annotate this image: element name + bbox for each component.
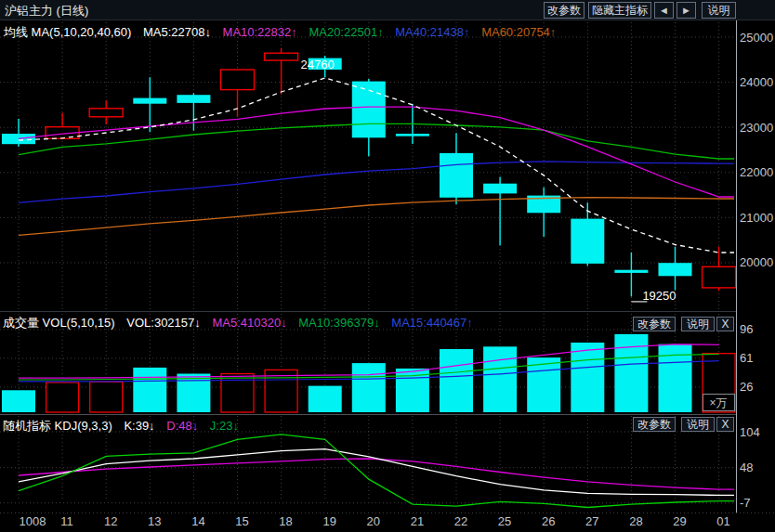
hide-main-indicator-button[interactable]: 隐藏主指标 <box>588 2 651 19</box>
volume-help-button[interactable]: 说明 <box>681 317 715 331</box>
kdj-k-line <box>19 449 734 496</box>
volume-bars <box>2 334 735 412</box>
volume-bar <box>571 343 604 412</box>
svg-text:01: 01 <box>716 514 729 528</box>
svg-text:22000: 22000 <box>740 165 773 179</box>
svg-text:96: 96 <box>740 322 753 336</box>
svg-text:21: 21 <box>411 514 424 528</box>
title-bar: 沪铝主力 (日线) 改参数 隐藏主指标 ◄ ► 说明 <box>0 0 775 20</box>
kdj-indicator-readout: 随机指标 KDJ(9,3,3) K:39↓ D:48↓ J:23↓ <box>3 418 247 435</box>
svg-text:1008: 1008 <box>20 514 46 528</box>
candle <box>177 93 210 130</box>
volume-bar <box>46 383 79 412</box>
kdj-change-params-button[interactable]: 改参数 <box>633 417 676 432</box>
svg-text:29: 29 <box>673 514 686 528</box>
kdj-d-line <box>19 459 734 489</box>
svg-text:-7: -7 <box>740 496 751 510</box>
svg-text:15: 15 <box>235 514 248 528</box>
kdj-k-readout: K:39↓ <box>124 419 154 433</box>
vol-readout: VOL:302157↓ <box>126 316 201 330</box>
chart-canvas[interactable]: 2476019250250002400023000220002100020000… <box>0 0 775 532</box>
candle <box>483 177 517 246</box>
y-axis-labels: 2500024000230002200021000200009661261044… <box>740 31 773 511</box>
svg-text:20: 20 <box>367 514 380 528</box>
chart-app: 2476019250250002400023000220002100020000… <box>0 0 775 532</box>
volume-change-params-button[interactable]: 改参数 <box>633 317 676 331</box>
candle <box>265 48 298 95</box>
vol-ma10-readout: MA10:396379↓ <box>298 316 379 330</box>
candle <box>440 133 473 204</box>
svg-text:104: 104 <box>740 425 760 439</box>
svg-text:14: 14 <box>191 514 204 528</box>
volume-params-label: 成交量 VOL(5,10,15) <box>3 316 115 330</box>
svg-text:26: 26 <box>740 380 753 394</box>
volume-bar <box>133 368 166 412</box>
x-axis-labels: 100811121314151819202122252627282901 <box>20 514 730 528</box>
svg-text:48: 48 <box>740 461 753 474</box>
volume-bar <box>352 363 386 412</box>
svg-text:25: 25 <box>498 514 511 528</box>
next-arrow-button[interactable]: ► <box>676 2 696 19</box>
volume-close-button[interactable]: X <box>716 317 734 331</box>
kdj-help-button[interactable]: 说明 <box>681 417 715 432</box>
volume-bar <box>177 374 210 413</box>
candle <box>659 247 692 291</box>
ma60-readout: MA60:20754↑ <box>481 25 556 39</box>
svg-text:20000: 20000 <box>740 255 773 269</box>
kdj-d-readout: D:48↓ <box>166 419 198 433</box>
svg-text:11: 11 <box>60 514 73 528</box>
volume-bar <box>90 382 123 412</box>
ma20-readout: MA20:22501↑ <box>309 25 383 39</box>
svg-text:25000: 25000 <box>740 31 773 45</box>
candle <box>2 119 35 147</box>
svg-text:18: 18 <box>279 514 292 528</box>
ma40-line <box>19 162 734 202</box>
svg-text:28: 28 <box>629 514 642 528</box>
candle <box>527 188 560 237</box>
svg-text:21000: 21000 <box>740 211 773 225</box>
svg-text:61: 61 <box>740 351 753 365</box>
svg-text:24000: 24000 <box>740 75 773 89</box>
kdj-close-button[interactable]: X <box>716 417 734 432</box>
vol-ma5-readout: MA5:410320↓ <box>212 316 286 330</box>
kdj-params-label: 随机指标 KDJ(9,3,3) <box>3 419 112 433</box>
prev-arrow-button[interactable]: ◄ <box>654 2 674 19</box>
candle <box>571 202 604 266</box>
volume-bar <box>309 386 342 412</box>
svg-text:26: 26 <box>542 514 555 528</box>
volume-unit-label: ×万 <box>709 396 727 409</box>
candle <box>133 77 166 132</box>
candle <box>221 70 255 117</box>
svg-text:12: 12 <box>104 514 117 528</box>
change-params-button[interactable]: 改参数 <box>544 2 585 19</box>
ma-params-label: 均线 MA(5,10,20,40,60) <box>4 25 131 39</box>
volume-indicator-readout: 成交量 VOL(5,10,15) VOL:302157↓ MA5:410320↓… <box>3 315 481 331</box>
candle <box>89 100 123 124</box>
volume-bar <box>483 346 517 412</box>
svg-text:13: 13 <box>148 514 161 528</box>
low-price-annotation: 19250 <box>642 289 676 303</box>
svg-text:27: 27 <box>585 514 598 528</box>
kdj-j-readout: J:23↓ <box>210 419 239 433</box>
ma-indicator-readout: 均线 MA(5,10,20,40,60) MA5:22708↓ MA10:228… <box>4 24 564 41</box>
svg-text:22: 22 <box>454 514 467 528</box>
ma10-readout: MA10:22832↑ <box>223 25 297 39</box>
kdj-j-line <box>19 435 734 508</box>
vol-ma15-readout: MA15:440467↑ <box>391 316 472 330</box>
volume-bar <box>2 390 35 412</box>
high-price-annotation: 24760 <box>301 58 335 71</box>
page-title: 沪铝主力 (日线) <box>5 3 88 19</box>
ma40-readout: MA40:21438↑ <box>395 25 469 39</box>
volume-bar <box>440 349 473 412</box>
ma60-line <box>19 198 734 236</box>
ma5-readout: MA5:22708↓ <box>143 25 211 39</box>
svg-text:23000: 23000 <box>740 121 773 135</box>
candle <box>703 247 736 292</box>
svg-text:19: 19 <box>322 514 335 528</box>
help-button[interactable]: 说明 <box>702 2 736 19</box>
